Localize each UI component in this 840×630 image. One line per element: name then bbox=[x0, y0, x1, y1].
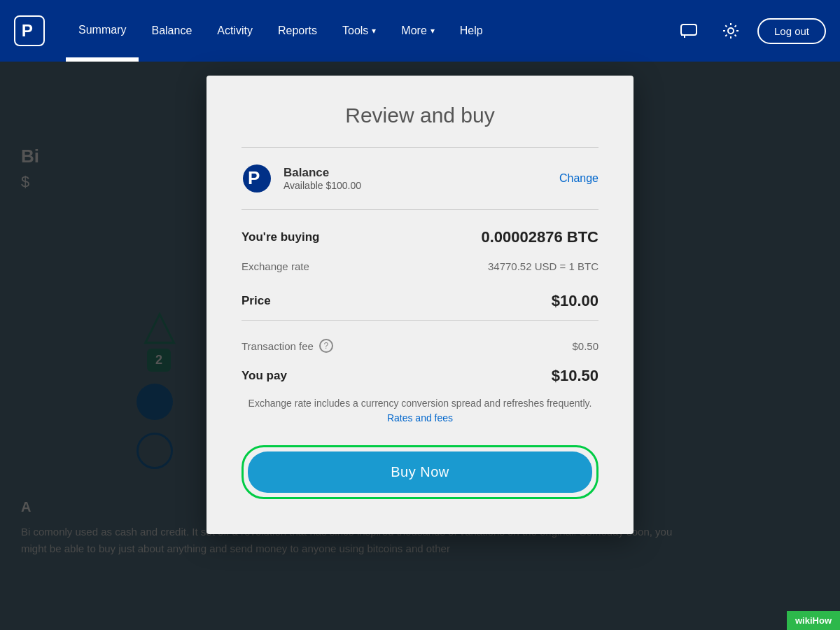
svg-point-2 bbox=[728, 28, 734, 34]
more-chevron-icon: ▾ bbox=[430, 26, 435, 36]
nav-tools[interactable]: Tools ▾ bbox=[330, 0, 388, 62]
wikihow-badge: wikiHow bbox=[787, 611, 840, 630]
svg-rect-1 bbox=[681, 24, 696, 35]
you-pay-value: $10.50 bbox=[552, 367, 598, 385]
nav-summary[interactable]: Summary bbox=[66, 0, 139, 62]
nav-more[interactable]: More ▾ bbox=[388, 0, 447, 62]
transaction-fee-row: Transaction fee ? $0.50 bbox=[241, 332, 598, 360]
exchange-rate-value: 34770.52 USD = 1 BTC bbox=[488, 260, 598, 272]
price-value: $10.00 bbox=[552, 292, 598, 310]
payment-info: Balance Available $100.00 bbox=[284, 166, 559, 191]
modal-overlay: Review and buy P Balance Available $100.… bbox=[0, 62, 840, 630]
buying-row: You're buying 0.00002876 BTC bbox=[241, 221, 598, 253]
price-divider bbox=[241, 320, 598, 321]
modal: Review and buy P Balance Available $100.… bbox=[206, 76, 634, 534]
nav-right: Log out bbox=[673, 15, 826, 46]
nav-activity[interactable]: Activity bbox=[204, 0, 265, 62]
buying-value: 0.00002876 BTC bbox=[481, 228, 598, 246]
paypal-payment-icon: P bbox=[241, 163, 272, 194]
buy-now-wrapper: Buy Now bbox=[241, 445, 598, 499]
buy-now-button[interactable]: Buy Now bbox=[248, 451, 592, 493]
nav-reports[interactable]: Reports bbox=[265, 0, 330, 62]
change-payment-link[interactable]: Change bbox=[559, 172, 598, 185]
exchange-rate-row: Exchange rate 34770.52 USD = 1 BTC bbox=[241, 253, 598, 279]
modal-title: Review and buy bbox=[241, 104, 598, 127]
you-pay-row: You pay $10.50 bbox=[241, 360, 598, 392]
nav-links: Summary Balance Activity Reports Tools ▾… bbox=[66, 0, 673, 62]
exchange-rate-label: Exchange rate bbox=[241, 260, 309, 272]
payment-name: Balance bbox=[284, 166, 559, 180]
navbar: P Summary Balance Activity Reports Tools… bbox=[0, 0, 840, 62]
nav-help[interactable]: Help bbox=[447, 0, 496, 62]
you-pay-label: You pay bbox=[241, 369, 287, 383]
exchange-note: Exchange rate includes a currency conver… bbox=[241, 396, 598, 426]
paypal-logo: P bbox=[14, 15, 45, 46]
message-icon[interactable] bbox=[673, 15, 704, 46]
payment-available: Available $100.00 bbox=[284, 180, 559, 191]
price-row: Price $10.00 bbox=[241, 285, 598, 317]
settings-icon[interactable] bbox=[715, 15, 746, 46]
rates-fees-link[interactable]: Rates and fees bbox=[387, 412, 453, 424]
payment-method-row: P Balance Available $100.00 Change bbox=[241, 163, 598, 194]
price-label: Price bbox=[241, 294, 271, 308]
tools-chevron-icon: ▾ bbox=[372, 26, 376, 36]
logout-button[interactable]: Log out bbox=[757, 18, 826, 44]
svg-text:P: P bbox=[22, 21, 33, 40]
nav-balance[interactable]: Balance bbox=[139, 0, 204, 62]
buying-label: You're buying bbox=[241, 230, 319, 244]
transaction-fee-help-icon[interactable]: ? bbox=[319, 339, 333, 353]
transaction-fee-value: $0.50 bbox=[572, 340, 598, 352]
svg-text:P: P bbox=[248, 167, 260, 188]
modal-top-divider bbox=[241, 147, 598, 148]
transaction-fee-label: Transaction fee ? bbox=[241, 339, 333, 353]
payment-divider bbox=[241, 209, 598, 210]
